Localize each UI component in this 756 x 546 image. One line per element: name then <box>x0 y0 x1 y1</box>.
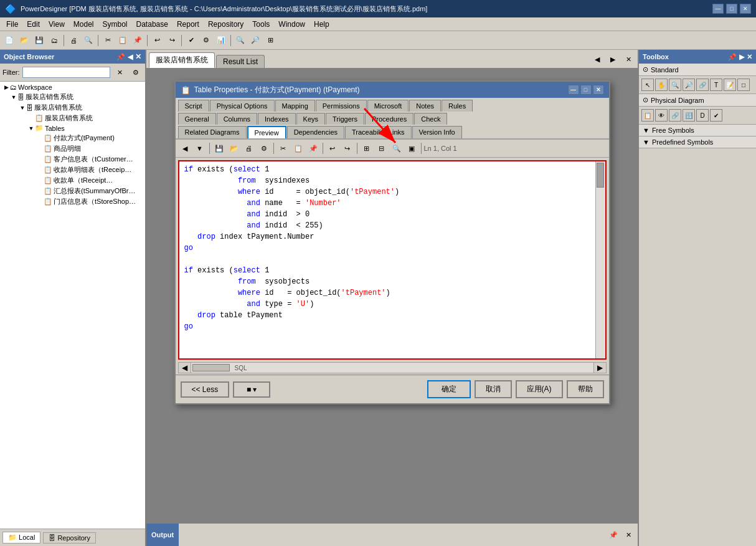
preview-button[interactable]: 🔍 <box>82 34 95 47</box>
local-tab[interactable]: 📁 Local <box>2 532 40 544</box>
less-button[interactable]: << Less <box>181 381 230 398</box>
modal-tab-dependencies[interactable]: Dependencies <box>287 126 344 138</box>
save-all-button[interactable]: 🗂 <box>47 34 61 47</box>
ok-button[interactable]: 确定 <box>427 380 471 398</box>
help-button[interactable]: 帮助 <box>567 380 604 398</box>
toolbar-settings[interactable]: ⚙ <box>257 141 271 155</box>
toolbox-close[interactable]: ✕ <box>747 53 752 61</box>
open-button[interactable]: 📂 <box>17 34 31 47</box>
tab-close-active[interactable]: ✕ <box>621 52 635 66</box>
report-button[interactable]: 📊 <box>214 34 228 47</box>
toolbox-link[interactable]: 🔗 <box>696 79 709 91</box>
close-button[interactable]: ✕ <box>740 4 751 14</box>
modal-close[interactable]: ✕ <box>593 85 604 95</box>
undo-button[interactable]: ↩ <box>150 34 164 47</box>
generate-button[interactable]: ⚙ <box>199 34 213 47</box>
modal-tab-columns[interactable]: Columns <box>217 113 257 125</box>
editor-scrollbar-v[interactable] <box>595 161 605 358</box>
save-button[interactable]: 💾 <box>32 34 46 47</box>
more-dropdown-button[interactable]: ■ ▾ <box>233 381 270 398</box>
copy-button[interactable]: 📋 <box>116 34 130 47</box>
toolbox-pointer[interactable]: ↖ <box>641 79 654 91</box>
toolbox-text[interactable]: T <box>710 79 722 91</box>
modal-tab-indexes[interactable]: Indexes <box>258 113 296 125</box>
modal-tab-version-info[interactable]: Version Info <box>412 126 462 138</box>
tab-scroll-left[interactable]: ◀ <box>590 52 604 66</box>
toolbar-print[interactable]: 🖨 <box>242 141 256 155</box>
output-close[interactable]: ✕ <box>621 528 635 542</box>
modal-tab-preview[interactable]: Preview <box>247 126 286 138</box>
modal-tab-keys[interactable]: Keys <box>296 113 325 125</box>
toolbar-save[interactable]: 💾 <box>212 141 226 155</box>
close-panel-button[interactable]: ✕ <box>135 52 141 61</box>
physical-toggle[interactable]: ⊙ Physical Diagram <box>639 94 756 107</box>
filter-input[interactable] <box>22 67 111 78</box>
predefined-toggle[interactable]: ▼ Predefined Symbols <box>639 136 756 148</box>
code-editor[interactable]: if exists (select 1 from sysindexes wher… <box>179 161 595 358</box>
panel-icon2[interactable]: ◀ <box>128 53 133 61</box>
maximize-button[interactable]: □ <box>726 4 737 14</box>
tree-workspace[interactable]: ▶ 🗂 Workspace <box>1 83 144 92</box>
toolbox-sequence[interactable]: 🔢 <box>683 109 695 122</box>
menu-view[interactable]: View <box>45 19 69 30</box>
scroll-left-btn[interactable]: ◀ <box>179 363 191 373</box>
toolbox-zoom-in[interactable]: 🔍 <box>669 79 681 91</box>
modal-minimize[interactable]: — <box>568 85 579 95</box>
output-pin[interactable]: 📌 <box>607 528 620 542</box>
toolbar-dropdown[interactable]: ▼ <box>193 141 207 155</box>
menu-report[interactable]: Report <box>173 19 203 30</box>
modal-tab-microsoft[interactable]: Microsoft <box>367 100 409 112</box>
zoom-button[interactable]: 🔎 <box>248 34 262 47</box>
menu-help[interactable]: Help <box>310 19 333 30</box>
toolbar-nav2[interactable]: ⊟ <box>375 141 389 155</box>
pin-icon[interactable]: 📌 <box>116 53 125 61</box>
tree-summary[interactable]: 📋 汇总报表(tSummaryOfBr… <box>1 186 144 196</box>
toolbar-open[interactable]: 📂 <box>227 141 241 155</box>
tree-receipt[interactable]: 📋 收款单（tReceipt… <box>1 175 144 186</box>
modal-tab-permissions[interactable]: Permissions <box>316 100 367 112</box>
toolbox-domain[interactable]: D <box>696 109 709 122</box>
free-symbols-toggle[interactable]: ▼ Free Symbols <box>639 125 756 136</box>
print-button[interactable]: 🖨 <box>67 34 80 47</box>
cut-button[interactable]: ✂ <box>101 34 115 47</box>
modal-tab-physical-options[interactable]: Physical Options <box>210 100 275 112</box>
menu-symbol[interactable]: Symbol <box>99 19 131 30</box>
toolbox-view[interactable]: 👁 <box>655 109 668 122</box>
modal-tab-script[interactable]: Script <box>178 100 209 112</box>
check-button[interactable]: ✔ <box>184 34 198 47</box>
scroll-right-btn[interactable]: ▶ <box>593 363 606 373</box>
repository-tab[interactable]: 🗄 Repository <box>43 532 96 544</box>
modal-tab-procedures[interactable]: Procedures <box>365 113 413 125</box>
toolbar-undo[interactable]: ↩ <box>326 141 339 155</box>
hscroll-thumb[interactable] <box>192 364 230 371</box>
tree-system3[interactable]: 📋 服装店销售系统 <box>1 113 144 123</box>
toolbox-zoom-out[interactable]: 🔎 <box>683 79 695 91</box>
toolbox-arrow[interactable]: ▶ <box>739 53 744 61</box>
filter-clear-button[interactable]: ✕ <box>113 65 126 79</box>
toolbar-select[interactable]: ▣ <box>405 141 418 155</box>
filter-apply-button[interactable]: ⚙ <box>129 65 143 79</box>
toolbar-cut[interactable]: ✂ <box>276 141 290 155</box>
minimize-button[interactable]: — <box>712 4 724 14</box>
toolbox-check2[interactable]: ✔ <box>710 109 722 122</box>
menu-database[interactable]: Database <box>133 19 172 30</box>
new-button[interactable]: 📄 <box>2 34 16 47</box>
modal-tab-notes[interactable]: Notes <box>409 100 441 112</box>
menu-repository[interactable]: Repository <box>204 19 247 30</box>
fit-button[interactable]: ⊞ <box>263 34 277 47</box>
paste-button[interactable]: 📌 <box>131 34 144 47</box>
modal-tab-traceability[interactable]: Traceability Links <box>345 126 412 138</box>
toolbar-copy[interactable]: 📋 <box>291 141 305 155</box>
standard-toggle[interactable]: ⊙ Standard <box>639 64 756 76</box>
tree-receipt-detail[interactable]: 📋 收款单明细表（tReceip… <box>1 165 144 175</box>
modal-tab-rules[interactable]: Rules <box>442 100 473 112</box>
search-button[interactable]: 🔍 <box>234 34 247 47</box>
tab-result-list[interactable]: Result List <box>216 55 265 68</box>
toolbox-box[interactable]: □ <box>737 79 750 91</box>
toolbar-arrow-left[interactable]: ◀ <box>178 141 192 155</box>
modal-tab-related-diagrams[interactable]: Related Diagrams <box>178 126 247 138</box>
tree-customer[interactable]: 📋 客户信息表（tCustomer… <box>1 154 144 165</box>
toolbar-paste[interactable]: 📌 <box>306 141 320 155</box>
menu-tools[interactable]: Tools <box>248 19 273 30</box>
menu-window[interactable]: Window <box>275 19 309 30</box>
